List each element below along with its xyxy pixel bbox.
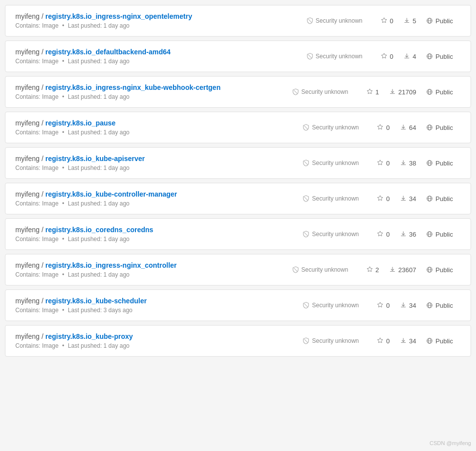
public-icon — [426, 53, 433, 60]
repo-item[interactable]: myifeng / registry.k8s.io_ingress-nginx_… — [5, 5, 471, 37]
downloads-count: 36 — [409, 231, 416, 238]
stars-stat: 0 — [377, 160, 389, 167]
downloads-count: 21709 — [398, 88, 416, 96]
repo-last-pushed: Last pushed: 1 day ago — [68, 200, 130, 207]
downloads-stat: 5 — [403, 17, 416, 25]
visibility-label: Public — [435, 231, 453, 238]
repo-last-pushed: Last pushed: 1 day ago — [68, 22, 130, 29]
public-icon — [426, 302, 433, 309]
downloads-count: 38 — [409, 160, 416, 167]
security-icon — [306, 17, 313, 24]
repo-title: myifeng / registry.k8s.io_kube-controlle… — [15, 190, 303, 198]
security-label: Security unknown — [316, 17, 363, 24]
repo-meta: Contains: Image • Last pushed: 1 day ago — [15, 236, 303, 243]
repo-item[interactable]: myifeng / registry.k8s.io_coredns_coredn… — [5, 218, 471, 250]
public-icon — [426, 337, 433, 344]
visibility-label: Public — [435, 53, 453, 60]
repo-item[interactable]: myifeng / registry.k8s.io_pause Contains… — [5, 112, 471, 143]
repo-item[interactable]: myifeng / registry.k8s.io_kube-proxy Con… — [5, 325, 471, 357]
repo-owner: myifeng — [15, 261, 40, 269]
visibility-badge: Public — [426, 231, 461, 238]
repo-item[interactable]: myifeng / registry.k8s.io_ingress-nginx_… — [5, 76, 471, 108]
repo-separator: / — [42, 12, 45, 20]
repo-stats: Security unknown 0 34 — [303, 337, 461, 345]
repo-name[interactable]: registry.k8s.io_kube-proxy — [45, 332, 133, 340]
security-icon — [306, 53, 313, 60]
repo-separator: / — [42, 226, 45, 234]
repo-item[interactable]: myifeng / registry.k8s.io_defaultbackend… — [5, 41, 471, 72]
visibility-badge: Public — [426, 17, 461, 25]
repo-separator: / — [42, 119, 45, 127]
repo-info: myifeng / registry.k8s.io_ingress-nginx_… — [15, 261, 292, 278]
downloads-stat: 38 — [400, 160, 416, 167]
repo-stats: Security unknown 0 36 — [303, 231, 461, 238]
svg-line-12 — [304, 162, 308, 165]
security-badge: Security unknown — [303, 302, 367, 309]
public-icon — [426, 88, 433, 95]
repo-title: myifeng / registry.k8s.io_pause — [15, 119, 303, 127]
repo-meta: Contains: Image • Last pushed: 1 day ago — [15, 164, 303, 171]
repo-info: myifeng / registry.k8s.io_coredns_coredn… — [15, 226, 303, 243]
repo-name[interactable]: registry.k8s.io_pause — [45, 119, 116, 127]
repo-separator: / — [42, 48, 45, 56]
downloads-count: 5 — [413, 17, 416, 25]
repo-name[interactable]: registry.k8s.io_kube-scheduler — [45, 297, 147, 305]
security-icon — [303, 160, 309, 166]
repo-name[interactable]: registry.k8s.io_coredns_coredns — [45, 226, 153, 234]
repo-name[interactable]: registry.k8s.io_kube-apiserver — [45, 155, 145, 163]
repo-item[interactable]: myifeng / registry.k8s.io_kube-scheduler… — [5, 289, 471, 321]
stars-count: 0 — [386, 337, 389, 345]
repo-owner: myifeng — [15, 155, 40, 163]
repo-separator: / — [42, 297, 45, 305]
repo-type: Contains: Image — [15, 342, 58, 349]
stars-stat: 1 — [366, 88, 379, 96]
repo-item[interactable]: myifeng / registry.k8s.io_ingress-nginx_… — [5, 254, 471, 286]
repo-name[interactable]: registry.k8s.io_ingress-nginx_kube-webho… — [45, 83, 221, 91]
star-icon — [381, 53, 388, 60]
visibility-badge: Public — [426, 302, 461, 309]
repo-info: myifeng / registry.k8s.io_kube-scheduler… — [15, 297, 303, 314]
stars-stat: 0 — [377, 302, 389, 309]
repo-owner: myifeng — [15, 190, 40, 198]
visibility-label: Public — [435, 337, 453, 345]
repo-last-pushed: Last pushed: 3 days ago — [68, 307, 132, 314]
repo-stats: Security unknown 0 5 — [306, 17, 461, 25]
visibility-label: Public — [435, 124, 453, 131]
repo-separator: / — [42, 332, 45, 340]
meta-dot: • — [62, 236, 64, 243]
visibility-label: Public — [435, 160, 453, 167]
star-icon — [377, 160, 384, 166]
repo-meta: Contains: Image • Last pushed: 1 day ago — [15, 58, 306, 65]
security-label: Security unknown — [316, 53, 363, 60]
repo-name[interactable]: registry.k8s.io_kube-controller-manager — [45, 190, 177, 198]
visibility-badge: Public — [426, 337, 461, 345]
repo-stats: Security unknown 1 21709 — [292, 88, 461, 96]
repo-name[interactable]: registry.k8s.io_ingress-nginx_openteleme… — [45, 12, 192, 20]
public-icon — [426, 124, 433, 131]
downloads-stat: 4 — [403, 53, 416, 60]
star-icon — [377, 337, 384, 344]
downloads-stat: 36 — [400, 231, 416, 238]
visibility-label: Public — [435, 195, 453, 203]
security-badge: Security unknown — [303, 195, 367, 202]
repo-item[interactable]: myifeng / registry.k8s.io_kube-controlle… — [5, 183, 471, 214]
security-icon — [292, 88, 299, 95]
repo-item[interactable]: myifeng / registry.k8s.io_kube-apiserver… — [5, 147, 471, 179]
repo-name[interactable]: registry.k8s.io_ingress-nginx_controller — [45, 261, 177, 269]
svg-line-6 — [294, 90, 297, 94]
repo-owner: myifeng — [15, 226, 40, 234]
repo-meta: Contains: Image • Last pushed: 1 day ago — [15, 271, 292, 278]
repo-name[interactable]: registry.k8s.io_defaultbackend-amd64 — [45, 48, 171, 56]
security-icon — [303, 337, 309, 344]
repo-meta: Contains: Image • Last pushed: 3 days ag… — [15, 307, 303, 314]
downloads-stat: 23607 — [389, 266, 416, 274]
downloads-count: 23607 — [398, 266, 416, 274]
repo-info: myifeng / registry.k8s.io_kube-apiserver… — [15, 155, 303, 171]
download-icon — [389, 88, 396, 95]
repo-meta: Contains: Image • Last pushed: 1 day ago — [15, 200, 303, 207]
repo-type: Contains: Image — [15, 22, 58, 29]
stars-count: 2 — [376, 266, 379, 274]
stars-stat: 0 — [377, 195, 389, 203]
repo-title: myifeng / registry.k8s.io_ingress-nginx_… — [15, 83, 292, 91]
repo-last-pushed: Last pushed: 1 day ago — [68, 236, 130, 243]
